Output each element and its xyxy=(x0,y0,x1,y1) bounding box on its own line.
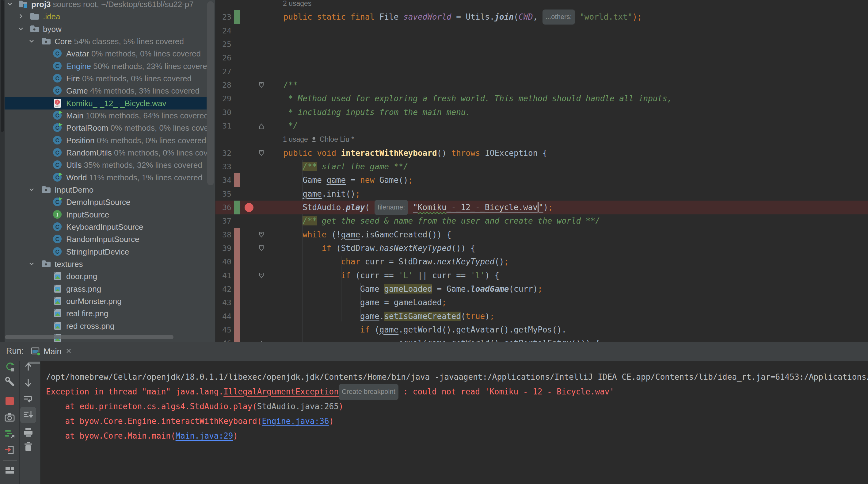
chevron-down-icon[interactable] xyxy=(7,1,13,7)
line-number[interactable]: 34 xyxy=(215,173,231,187)
usage-inlay[interactable]: 1 usageChloe Liu * xyxy=(283,133,354,146)
line-number[interactable]: 43 xyxy=(215,296,231,310)
code-line-42[interactable]: 42 Game gameLoaded = Game.loadGame(curr)… xyxy=(215,282,868,296)
tree-item-komiku-12-bicycle-wav[interactable]: ♪WAVKomiku_-_12_-_Bicycle.wav xyxy=(0,97,207,110)
chevron-down-icon[interactable] xyxy=(29,261,35,267)
layout-button[interactable] xyxy=(4,465,15,476)
tree-item-position[interactable]: CPosition 0% methods, 0% lines covered xyxy=(0,134,207,147)
line-number[interactable]: 39 xyxy=(215,241,231,255)
code-line-45[interactable]: 45 if (game.getWorld().getAvatar().getMy… xyxy=(215,323,868,337)
chevron-right-icon[interactable] xyxy=(18,13,24,19)
line-number[interactable]: 46 xyxy=(215,337,231,342)
code-line-36[interactable]: 36 StdAudio.play( filename: "Komiku_-_12… xyxy=(215,201,868,215)
code-text[interactable]: if (curr == 'L' || curr == 'l') { xyxy=(264,269,499,283)
code-text[interactable]: game = gameLoaded; xyxy=(264,296,446,310)
tree-item-red-cross-png[interactable]: red cross.png xyxy=(0,320,207,332)
tree-item-proj3[interactable]: proj3 sources root, ~/Desktop/cs61bl/su2… xyxy=(0,0,207,10)
code-line-39[interactable]: 39 if (StdDraw.hasNextKeyTyped()) { xyxy=(215,241,868,255)
code-text[interactable]: */ xyxy=(264,119,298,133)
tree-item-engine[interactable]: CEngine 50% methods, 23% lines covered xyxy=(0,60,207,73)
chevron-down-icon[interactable] xyxy=(29,187,35,193)
code-text[interactable]: char curr = StdDraw.nextKeyTyped(); xyxy=(264,255,509,269)
code-line-28[interactable]: 28 /** xyxy=(215,78,868,92)
stacktrace-link[interactable]: StdAudio.java:265 xyxy=(257,402,339,411)
tree-vertical-scrollbar[interactable] xyxy=(207,1,214,185)
print-button[interactable] xyxy=(23,427,34,438)
code-line-34[interactable]: 34 Game game = new Game(); xyxy=(215,173,868,187)
stacktrace-link[interactable]: Main.java:29 xyxy=(176,431,233,440)
line-number[interactable]: 45 xyxy=(215,323,231,337)
fold-end-icon[interactable] xyxy=(259,122,264,131)
inlay-line[interactable]: 1 usageChloe Liu * xyxy=(215,133,868,146)
line-number[interactable]: 24 xyxy=(215,24,231,38)
code-line-30[interactable]: 30 * including inputs from the main menu… xyxy=(215,106,868,119)
run-tab-main[interactable]: Main xyxy=(31,344,73,359)
line-number[interactable]: 38 xyxy=(215,228,231,242)
code-text[interactable]: equal(game.getWorld().getPortalEntry()))… xyxy=(264,337,600,342)
code-text[interactable]: /** start the game **/ xyxy=(264,160,408,174)
tree-item-textures[interactable]: textures xyxy=(0,258,207,270)
line-number[interactable]: 27 xyxy=(215,65,231,79)
line-number[interactable]: 42 xyxy=(215,282,231,296)
line-number[interactable]: 44 xyxy=(215,310,231,323)
tree-item-inputdemo[interactable]: InputDemo xyxy=(0,183,207,196)
stop-button[interactable] xyxy=(4,396,15,407)
tree-item-randomutils[interactable]: CRandomUtils 0% methods, 0% lines covere… xyxy=(0,146,207,159)
line-number[interactable]: 30 xyxy=(215,106,231,119)
tree-item-inputsource[interactable]: IInputSource xyxy=(0,208,207,221)
code-text[interactable]: Game game = new Game(); xyxy=(264,173,413,187)
tree-item-fire[interactable]: CFire 0% methods, 0% lines covered xyxy=(0,72,207,85)
code-text[interactable]: /** get the seed & name from the user an… xyxy=(264,214,600,228)
fold-collapse-icon[interactable] xyxy=(259,245,264,253)
down-button[interactable] xyxy=(23,377,34,388)
tree-item-core[interactable]: Core 54% classes, 5% lines covered xyxy=(0,35,207,48)
fold-collapse-icon[interactable] xyxy=(259,82,264,90)
code-line-33[interactable]: 33 /** start the game **/ xyxy=(215,160,868,174)
up-button[interactable] xyxy=(23,361,34,372)
code-line-29[interactable]: 29 * Method used for exploring a fresh w… xyxy=(215,92,868,106)
tree-item-world[interactable]: CWorld 11% methods, 1% lines covered xyxy=(0,171,207,184)
tree-item-main[interactable]: CMain 100% methods, 64% lines covered xyxy=(0,109,207,122)
trash-button[interactable] xyxy=(23,441,34,452)
code-text[interactable]: StdAudio.play( filename: "Komiku_-_12_-_… xyxy=(264,201,553,216)
tree-item--idea[interactable]: .idea xyxy=(0,10,207,23)
tree-item-grass-png[interactable]: grass.png xyxy=(0,283,207,295)
line-number[interactable]: 31 xyxy=(215,119,231,133)
tree-item-demoinputsource[interactable]: CDemoInputSource xyxy=(0,196,207,208)
code-line-27[interactable]: 27 xyxy=(215,65,868,79)
camera-button[interactable] xyxy=(4,412,15,423)
line-number[interactable]: 33 xyxy=(215,160,231,174)
fold-collapse-icon[interactable] xyxy=(259,272,264,281)
code-line-44[interactable]: 44 game.setIsGameCreated(true); xyxy=(215,310,868,323)
code-text[interactable]: * Method used for exploring a fresh worl… xyxy=(264,92,672,106)
tree-item-door-png[interactable]: door.png xyxy=(0,270,207,283)
code-line-46[interactable]: 46 equal(game.getWorld().getPortalEntry(… xyxy=(215,337,868,342)
line-number[interactable]: 26 xyxy=(215,51,231,65)
exit-button[interactable] xyxy=(4,444,15,455)
code-line-31[interactable]: 31 */ xyxy=(215,119,868,133)
tree-item-utils[interactable]: CUtils 35% methods, 32% lines covered xyxy=(0,159,207,171)
scrollend-button[interactable] xyxy=(23,409,34,421)
line-number[interactable]: 28 xyxy=(215,78,231,92)
stacktrace-link[interactable]: IllegalArgumentException xyxy=(223,387,339,396)
code-text[interactable]: public void interactWithKeyboard() throw… xyxy=(264,146,548,160)
line-number[interactable]: 36 xyxy=(215,201,231,215)
code-line-35[interactable]: 35 game.init(); xyxy=(215,187,868,201)
line-number[interactable]: 32 xyxy=(215,146,231,160)
line-number[interactable]: 40 xyxy=(215,255,231,269)
line-number[interactable]: 37 xyxy=(215,214,231,228)
code-line-41[interactable]: 41 if (curr == 'L' || curr == 'l') { xyxy=(215,269,868,283)
code-line-37[interactable]: 37 /** get the seed & name from the user… xyxy=(215,214,868,228)
usage-inlay[interactable]: 2 usages xyxy=(283,0,311,10)
code-text[interactable]: public static final File savedWorld = Ut… xyxy=(264,10,642,25)
chevron-down-icon[interactable] xyxy=(18,26,24,32)
code-text[interactable]: if (game.getWorld().getAvatar().getMyPos… xyxy=(264,323,566,337)
fold-collapse-icon[interactable] xyxy=(259,150,264,158)
close-icon[interactable] xyxy=(65,347,73,356)
tree-item-keyboardinputsource[interactable]: CKeyboardInputSource xyxy=(0,221,207,233)
code-text[interactable]: /** xyxy=(264,78,298,92)
code-line-40[interactable]: 40 char curr = StdDraw.nextKeyTyped(); xyxy=(215,255,868,269)
line-number[interactable]: 35 xyxy=(215,187,231,201)
fold-collapse-icon[interactable] xyxy=(259,231,264,240)
line-number[interactable]: 41 xyxy=(215,269,231,283)
